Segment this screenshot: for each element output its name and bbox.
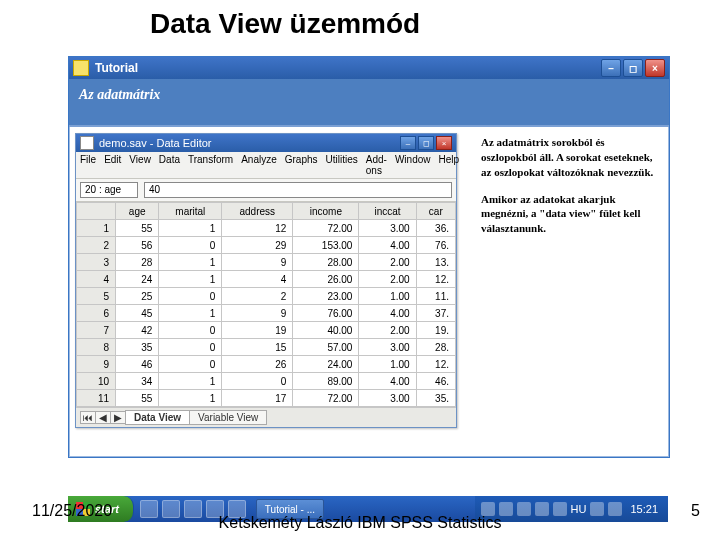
tray-language[interactable]: HU bbox=[571, 503, 587, 515]
tutorial-close-button[interactable]: × bbox=[645, 59, 665, 77]
ql-more-icon[interactable] bbox=[228, 500, 246, 518]
menu-view[interactable]: View bbox=[129, 154, 151, 176]
tab-variable-view[interactable]: Variable View bbox=[189, 410, 267, 425]
table-row[interactable]: 94602624.001.0012. bbox=[77, 356, 456, 373]
tray-icon[interactable] bbox=[535, 502, 549, 516]
tab-data-view[interactable]: Data View bbox=[125, 410, 190, 425]
data-cell[interactable]: 40.00 bbox=[293, 322, 359, 339]
data-cell[interactable]: 37. bbox=[416, 305, 455, 322]
row-header[interactable]: 1 bbox=[77, 220, 116, 237]
row-header[interactable]: 10 bbox=[77, 373, 116, 390]
data-cell[interactable]: 24.00 bbox=[293, 356, 359, 373]
tray-icon[interactable] bbox=[517, 502, 531, 516]
data-cell[interactable]: 0 bbox=[159, 339, 222, 356]
data-cell[interactable]: 0 bbox=[159, 288, 222, 305]
col-income[interactable]: income bbox=[293, 203, 359, 220]
data-cell[interactable]: 72.00 bbox=[293, 390, 359, 407]
data-cell[interactable]: 45 bbox=[116, 305, 159, 322]
table-row[interactable]: 15511272.003.0036. bbox=[77, 220, 456, 237]
data-cell[interactable]: 1.00 bbox=[359, 356, 416, 373]
data-cell[interactable]: 4 bbox=[222, 271, 293, 288]
data-cell[interactable]: 1 bbox=[159, 390, 222, 407]
data-cell[interactable]: 9 bbox=[222, 254, 293, 271]
data-cell[interactable]: 0 bbox=[159, 356, 222, 373]
tray-icon[interactable] bbox=[499, 502, 513, 516]
data-cell[interactable]: 17 bbox=[222, 390, 293, 407]
row-header[interactable]: 4 bbox=[77, 271, 116, 288]
data-cell[interactable]: 1.00 bbox=[359, 288, 416, 305]
cell-reference-box[interactable]: 20 : age bbox=[80, 182, 138, 198]
data-cell[interactable]: 2 bbox=[222, 288, 293, 305]
row-header[interactable]: 6 bbox=[77, 305, 116, 322]
row-header[interactable]: 5 bbox=[77, 288, 116, 305]
menu-graphs[interactable]: Graphs bbox=[285, 154, 318, 176]
data-cell[interactable]: 12 bbox=[222, 220, 293, 237]
ql-media-icon[interactable] bbox=[184, 500, 202, 518]
data-cell[interactable]: 0 bbox=[159, 237, 222, 254]
data-cell[interactable]: 3.00 bbox=[359, 390, 416, 407]
tray-volume-icon[interactable] bbox=[608, 502, 622, 516]
menu-file[interactable]: File bbox=[80, 154, 96, 176]
tab-nav-first[interactable]: ⏮ bbox=[80, 411, 96, 424]
data-cell[interactable]: 2.00 bbox=[359, 271, 416, 288]
data-cell[interactable]: 36. bbox=[416, 220, 455, 237]
data-cell[interactable]: 42 bbox=[116, 322, 159, 339]
ql-desktop-icon[interactable] bbox=[206, 500, 224, 518]
cell-value-box[interactable]: 40 bbox=[144, 182, 452, 198]
data-cell[interactable]: 13. bbox=[416, 254, 455, 271]
data-cell[interactable]: 28. bbox=[416, 339, 455, 356]
data-cell[interactable]: 1 bbox=[159, 254, 222, 271]
data-cell[interactable]: 55 bbox=[116, 220, 159, 237]
data-cell[interactable]: 1 bbox=[159, 271, 222, 288]
row-header[interactable]: 9 bbox=[77, 356, 116, 373]
data-cell[interactable]: 46 bbox=[116, 356, 159, 373]
col-marital[interactable]: marital bbox=[159, 203, 222, 220]
data-cell[interactable]: 89.00 bbox=[293, 373, 359, 390]
menu-transform[interactable]: Transform bbox=[188, 154, 233, 176]
data-cell[interactable]: 1 bbox=[159, 220, 222, 237]
table-row[interactable]: 83501557.003.0028. bbox=[77, 339, 456, 356]
data-cell[interactable]: 35. bbox=[416, 390, 455, 407]
row-header[interactable]: 2 bbox=[77, 237, 116, 254]
data-cell[interactable]: 3.00 bbox=[359, 220, 416, 237]
table-row[interactable]: 74201940.002.0019. bbox=[77, 322, 456, 339]
data-cell[interactable]: 12. bbox=[416, 356, 455, 373]
data-cell[interactable]: 46. bbox=[416, 373, 455, 390]
data-cell[interactable]: 26.00 bbox=[293, 271, 359, 288]
data-cell[interactable]: 4.00 bbox=[359, 237, 416, 254]
data-cell[interactable]: 0 bbox=[159, 322, 222, 339]
data-cell[interactable]: 2.00 bbox=[359, 322, 416, 339]
data-cell[interactable]: 12. bbox=[416, 271, 455, 288]
col-inccat[interactable]: inccat bbox=[359, 203, 416, 220]
data-cell[interactable]: 29 bbox=[222, 237, 293, 254]
table-row[interactable]: 4241426.002.0012. bbox=[77, 271, 456, 288]
data-cell[interactable]: 19 bbox=[222, 322, 293, 339]
table-row[interactable]: 115511772.003.0035. bbox=[77, 390, 456, 407]
table-row[interactable]: 256029153.004.0076. bbox=[77, 237, 456, 254]
tray-icon[interactable] bbox=[590, 502, 604, 516]
data-cell[interactable]: 11. bbox=[416, 288, 455, 305]
data-cell[interactable]: 55 bbox=[116, 390, 159, 407]
tab-nav-prev[interactable]: ◀ bbox=[95, 411, 111, 424]
table-row[interactable]: 10341089.004.0046. bbox=[77, 373, 456, 390]
col-address[interactable]: address bbox=[222, 203, 293, 220]
data-cell[interactable]: 1 bbox=[159, 305, 222, 322]
data-cell[interactable]: 25 bbox=[116, 288, 159, 305]
data-cell[interactable]: 4.00 bbox=[359, 305, 416, 322]
menu-data[interactable]: Data bbox=[159, 154, 180, 176]
row-header[interactable]: 7 bbox=[77, 322, 116, 339]
table-row[interactable]: 5250223.001.0011. bbox=[77, 288, 456, 305]
col-car[interactable]: car bbox=[416, 203, 455, 220]
data-cell[interactable]: 76. bbox=[416, 237, 455, 254]
data-cell[interactable]: 26 bbox=[222, 356, 293, 373]
tray-icon[interactable] bbox=[481, 502, 495, 516]
row-header[interactable]: 8 bbox=[77, 339, 116, 356]
menu-utilities[interactable]: Utilities bbox=[326, 154, 358, 176]
data-cell[interactable]: 57.00 bbox=[293, 339, 359, 356]
data-cell[interactable]: 1 bbox=[159, 373, 222, 390]
data-cell[interactable]: 35 bbox=[116, 339, 159, 356]
data-cell[interactable]: 56 bbox=[116, 237, 159, 254]
data-cell[interactable]: 3.00 bbox=[359, 339, 416, 356]
data-cell[interactable]: 2.00 bbox=[359, 254, 416, 271]
data-cell[interactable]: 76.00 bbox=[293, 305, 359, 322]
